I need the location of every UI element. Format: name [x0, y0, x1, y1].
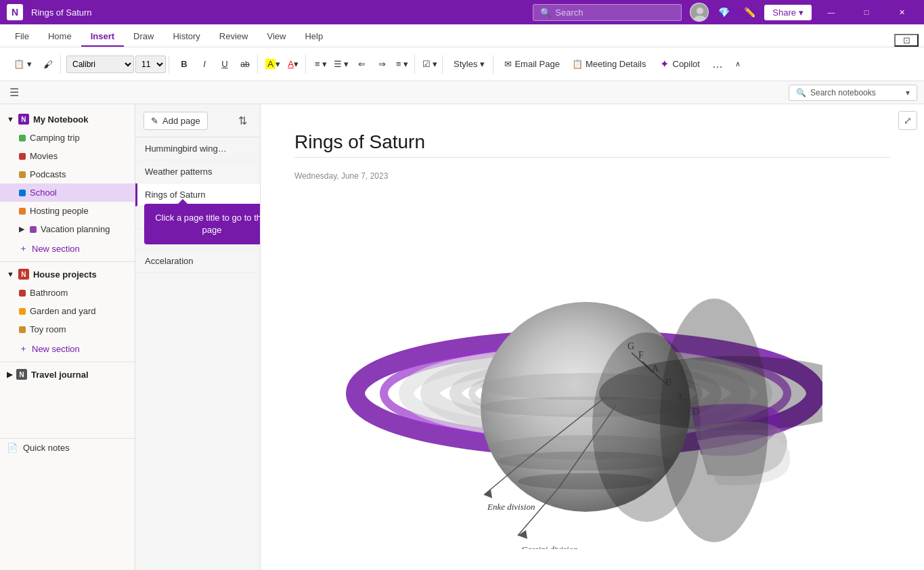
decrease-indent-button[interactable]: ⇐: [352, 55, 371, 74]
section-movies[interactable]: Movies: [0, 147, 135, 165]
styles-button[interactable]: Styles ▾: [448, 55, 490, 74]
bullets-button[interactable]: ≡ ▾: [311, 55, 330, 74]
add-page-button[interactable]: ✎ Add page: [144, 112, 208, 130]
title-search-input[interactable]: [555, 7, 674, 18]
expand-button[interactable]: ⤢: [898, 111, 917, 130]
section-podcasts[interactable]: Podcasts: [0, 165, 135, 183]
collapse-ribbon-button[interactable]: ∧: [728, 55, 747, 74]
more-button[interactable]: …: [708, 55, 727, 74]
tab-insert[interactable]: Insert: [81, 27, 124, 47]
vacation-label: Vacation planning: [41, 224, 110, 234]
search-notebooks[interactable]: 🔍 Search notebooks ▾: [789, 85, 917, 101]
email-icon: ✉: [504, 59, 512, 69]
pages-list-items: Hummingbird wing… Weather patterns Rings…: [135, 137, 260, 273]
minimize-button[interactable]: —: [816, 3, 847, 22]
increase-indent-button[interactable]: ⇒: [372, 55, 391, 74]
tab-review[interactable]: Review: [210, 27, 258, 47]
tab-view[interactable]: View: [257, 27, 295, 47]
tab-file[interactable]: File: [5, 27, 39, 47]
align-button[interactable]: ≡ ▾: [393, 55, 412, 74]
new-section-house[interactable]: ＋ New section: [0, 338, 135, 359]
collapse-house-icon: ▼: [7, 270, 14, 278]
list-group: ≡ ▾ ☰ ▾ ⇐ ⇒ ≡ ▾: [309, 55, 415, 74]
meeting-details-button[interactable]: 📋 Meeting Details: [567, 55, 652, 74]
highlight-button[interactable]: A ▾: [263, 55, 282, 74]
notebook-house-projects[interactable]: ▼ N House projects: [0, 265, 135, 284]
avatar[interactable]: [690, 3, 709, 22]
section-bathroom[interactable]: Bathroom: [0, 284, 135, 302]
notebook-view-btn[interactable]: ⊡: [894, 34, 919, 47]
section-toy-room[interactable]: Toy room: [0, 320, 135, 338]
expand-travel-icon: ▶: [7, 370, 12, 379]
quick-notes[interactable]: 📄 Quick notes: [0, 438, 135, 457]
page-weather[interactable]: Weather patterns: [135, 160, 260, 183]
email-label: Email Page: [514, 59, 559, 69]
underline-button[interactable]: U: [215, 55, 234, 74]
page-accelaration[interactable]: Accelaration: [135, 250, 260, 273]
title-search-bar[interactable]: 🔍: [533, 4, 682, 21]
font-size-select[interactable]: 11: [135, 56, 166, 73]
section-hosting-people[interactable]: Hosting people: [0, 202, 135, 220]
section-camping-trip[interactable]: Camping trip: [0, 129, 135, 147]
bold-button[interactable]: B: [175, 55, 194, 74]
travel-journal-label: Travel journal: [31, 370, 89, 380]
add-page-label: Add page: [162, 116, 200, 126]
section-vacation-planning[interactable]: ▶ Vacation planning: [0, 220, 135, 238]
section-garden[interactable]: Garden and yard: [0, 302, 135, 320]
page-rings-of-saturn[interactable]: Rings of Saturn Click a page title to go…: [135, 183, 260, 206]
tab-home[interactable]: Home: [39, 27, 81, 47]
strikethrough-button[interactable]: ab: [236, 55, 255, 74]
tab-help[interactable]: Help: [295, 27, 332, 47]
movies-dot: [19, 153, 26, 160]
diamond-icon-btn[interactable]: 💎: [713, 3, 734, 22]
sort-pages-button[interactable]: ⇅: [233, 111, 252, 130]
italic-button[interactable]: I: [195, 55, 214, 74]
notebook-my-notebook[interactable]: ▼ N My Notebook: [0, 110, 135, 129]
tab-history[interactable]: History: [163, 27, 209, 47]
numbering-button[interactable]: ☰ ▾: [332, 55, 351, 74]
page-hummingbird[interactable]: Hummingbird wing…: [135, 137, 260, 160]
sidebar: ▼ N My Notebook Camping trip Movies Podc…: [0, 104, 135, 570]
highlight-icon: A: [265, 59, 276, 69]
my-notebook-label: My Notebook: [33, 114, 89, 125]
copilot-button[interactable]: ✦ Copilot: [653, 55, 707, 73]
my-notebook-sections: Camping trip Movies Podcasts School Host…: [0, 129, 135, 259]
house-projects-sections: Bathroom Garden and yard Toy room ＋ New …: [0, 284, 135, 359]
hosting-dot: [19, 208, 26, 215]
font-color-button[interactable]: A ▾: [284, 55, 303, 74]
add-page-icon: ✎: [151, 116, 158, 126]
page-title: Rings of Saturn: [294, 131, 890, 153]
notebook-travel-journal[interactable]: ▶ N Travel journal: [0, 365, 135, 384]
search-notebooks-chevron-icon: ▾: [906, 88, 910, 97]
paste-button[interactable]: 📋 ▾: [8, 55, 37, 74]
share-button[interactable]: Share ▾: [764, 5, 812, 20]
new-section-house-label: New section: [32, 344, 80, 354]
garden-dot: [19, 308, 26, 315]
school-dot: [19, 190, 26, 196]
copilot-icon: ✦: [660, 58, 669, 70]
close-button[interactable]: ✕: [886, 3, 917, 22]
pen-icon-btn[interactable]: ✏️: [739, 3, 760, 22]
section-school[interactable]: School: [0, 183, 135, 202]
title-bar: N Rings of Saturn 🔍 💎 ✏️ Share ▾ — □ ✕: [0, 0, 924, 24]
task-tag-button[interactable]: ☑ ▾: [420, 55, 439, 74]
bathroom-label: Bathroom: [30, 288, 68, 298]
share-actions-group: ✉ Email Page 📋 Meeting Details ✦ Copilot…: [496, 55, 750, 74]
email-page-button[interactable]: ✉ Email Page: [499, 55, 565, 74]
maximize-button[interactable]: □: [851, 3, 882, 22]
font-family-select[interactable]: Calibri: [66, 56, 134, 73]
new-section-my-notebook[interactable]: ＋ New section: [0, 238, 135, 259]
text-format-group: B I U ab: [172, 55, 258, 74]
svg-text:F: F: [638, 350, 644, 360]
tab-draw[interactable]: Draw: [124, 27, 163, 47]
paste-icon: 📋: [14, 59, 24, 69]
svg-point-36: [660, 299, 768, 542]
format-painter-button[interactable]: 🖌: [39, 55, 58, 74]
font-color-icon: A: [288, 59, 294, 69]
page-list: ✎ Add page ⇅ Hummingbird wing… Weather p…: [135, 104, 261, 570]
page-title-divider: [294, 157, 890, 158]
house-projects-icon: N: [18, 269, 29, 280]
color-group: A ▾ A ▾: [261, 55, 306, 74]
content-area[interactable]: ⤢ Rings of Saturn Wednesday, June 7, 202…: [261, 104, 924, 570]
hamburger-menu[interactable]: ☰: [7, 83, 22, 102]
